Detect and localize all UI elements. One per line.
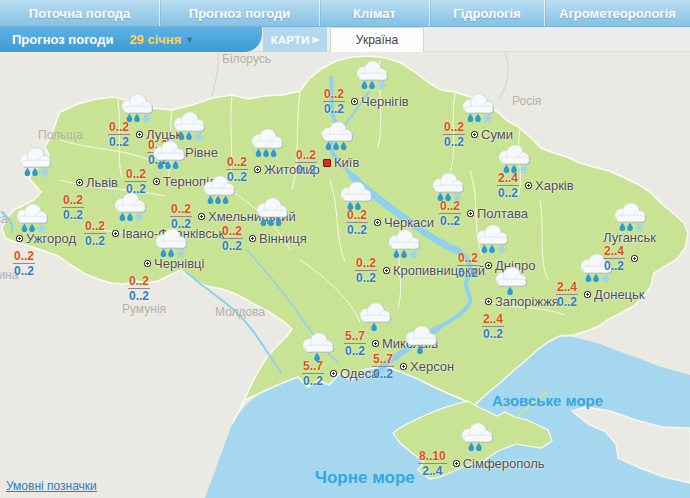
- city-marker: [485, 298, 492, 305]
- city-label: Сімферополь: [463, 456, 545, 471]
- day-temp: 0..2: [62, 194, 84, 208]
- weather-icon: [353, 60, 391, 94]
- city-marker: [584, 291, 591, 298]
- temperature: 0..20..2: [295, 149, 317, 176]
- city-widget[interactable]: 0..20..2Полтава: [439, 200, 528, 227]
- weather-icon: [13, 203, 51, 237]
- nav-tab-forecast[interactable]: Прогноз погоди: [160, 0, 320, 26]
- maps-button[interactable]: КАРТИ ▶: [263, 27, 327, 52]
- night-temp: 0..2: [458, 266, 478, 279]
- weather-icon: [356, 302, 394, 336]
- city-row: Львів: [76, 175, 118, 190]
- sea-label: Азовське море: [492, 392, 603, 409]
- city-marker: [112, 230, 119, 237]
- temperature: 0..20..2: [128, 275, 150, 302]
- city-marker: [198, 213, 205, 220]
- nav-tab-climate[interactable]: Клімат: [320, 0, 430, 26]
- city-label: Вінниця: [259, 231, 307, 246]
- sub-navigation: Прогноз погоди 29 січня ▼ КАРТИ ▶ Україн…: [0, 27, 690, 52]
- weather-icon: [318, 121, 356, 155]
- arrow-right-icon: ▶: [313, 35, 320, 44]
- nav-tab-hydrology[interactable]: Гідрологія: [430, 0, 545, 26]
- city-widget[interactable]: 2..40..2Донецьк: [556, 281, 645, 308]
- weather-icon: [611, 202, 649, 236]
- city-label: Харків: [535, 178, 574, 193]
- night-temp: 0..2: [109, 135, 129, 148]
- city-widget[interactable]: 0..20..2Чернігів: [323, 88, 409, 115]
- weather-icon: [492, 266, 530, 300]
- night-temp: 0..2: [347, 223, 367, 236]
- city-widget[interactable]: 0..20..2Вінниця: [221, 225, 307, 252]
- date-selector[interactable]: 29 січня: [129, 32, 181, 47]
- day-temp: 0..2: [221, 225, 243, 239]
- day-temp: 0..2: [13, 250, 35, 264]
- city-widget[interactable]: 2..40..2Харків: [497, 172, 574, 199]
- city-widget[interactable]: 5..70..2Херсон: [372, 353, 454, 380]
- tab-ukraine[interactable]: Україна: [330, 27, 424, 52]
- city-widget[interactable]: Чернівці0..20..2: [128, 256, 204, 302]
- temperature: 0..20..2: [62, 194, 84, 221]
- weather-icon: [299, 332, 337, 366]
- weather-icon: [152, 228, 190, 262]
- city-marker: [525, 182, 532, 189]
- city-marker: [631, 255, 638, 262]
- weather-icon: [429, 172, 467, 206]
- night-temp: 0..2: [129, 289, 149, 302]
- night-temp: 0..2: [557, 295, 577, 308]
- night-temp: 0..2: [85, 234, 105, 247]
- legend-link[interactable]: Умовні позначки: [6, 479, 97, 493]
- chevron-down-icon[interactable]: ▼: [185, 35, 194, 45]
- city-marker: [351, 98, 358, 105]
- night-temp: 0..2: [440, 214, 460, 227]
- weather-icon: [248, 128, 286, 162]
- day-temp: 0..2: [84, 220, 106, 234]
- city-marker: [471, 131, 478, 138]
- weather-icon: [337, 181, 375, 215]
- night-temp: 0..2: [296, 163, 316, 176]
- city-label: Чернігів: [361, 94, 409, 109]
- country-label: Словаччина: [0, 212, 8, 226]
- country-label: Росія: [512, 94, 541, 108]
- nav-tab-agrometeorology[interactable]: Агрометеорологія: [545, 0, 690, 26]
- maps-button-label: КАРТИ: [271, 34, 310, 46]
- city-marker: [485, 262, 492, 269]
- day-temp: 0..2: [323, 88, 345, 102]
- city-widget[interactable]: 0..20..2Київ: [295, 149, 359, 176]
- weather-icon: [385, 229, 423, 263]
- city-widget[interactable]: Запоріжжя2..40..2: [482, 294, 559, 340]
- city-widget[interactable]: Львів0..20..2: [62, 175, 118, 221]
- country-label: Білорусь: [222, 52, 271, 66]
- day-temp: 0..2: [125, 168, 147, 182]
- temperature: 0..20..2: [355, 257, 377, 284]
- night-temp: 0..2: [222, 239, 242, 252]
- temperature: 0..20..2: [84, 220, 106, 247]
- night-temp: 0..2: [63, 208, 83, 221]
- day-temp: 0..2: [128, 275, 150, 289]
- city-widget[interactable]: 8..102..4Сімферополь: [418, 450, 545, 477]
- city-marker: [467, 210, 474, 217]
- country-label: Румунія: [122, 302, 166, 316]
- city-widget[interactable]: Луганськ2..40..2: [603, 230, 656, 272]
- temperature: 0..20..2: [221, 225, 243, 252]
- day-temp: 0..2: [226, 156, 248, 170]
- day-temp: 0..2: [355, 257, 377, 271]
- temperature: 0..20..2: [323, 88, 345, 115]
- weather-icon: [458, 422, 496, 456]
- temperature: 5..70..2: [372, 353, 394, 380]
- night-temp: 0..2: [444, 135, 464, 148]
- weather-icon: [150, 140, 188, 174]
- city-widget[interactable]: 5..70..2Одеса: [302, 360, 378, 387]
- weather-icon: [459, 93, 497, 127]
- night-temp: 0..2: [483, 327, 503, 340]
- city-marker: [374, 219, 381, 226]
- city-widget[interactable]: Ужгород0..20..2: [13, 231, 76, 277]
- night-temp: 0..2: [604, 259, 624, 272]
- night-temp: 0..2: [303, 374, 323, 387]
- city-label: Херсон: [410, 359, 454, 374]
- nav-tab-current-weather[interactable]: Поточна погода: [0, 0, 160, 26]
- city-label: Рівне: [185, 145, 218, 160]
- temperature: 2..40..2: [603, 245, 625, 272]
- city-marker: [453, 460, 460, 467]
- weather-icon: [111, 192, 149, 226]
- city-label: Полтава: [477, 206, 528, 221]
